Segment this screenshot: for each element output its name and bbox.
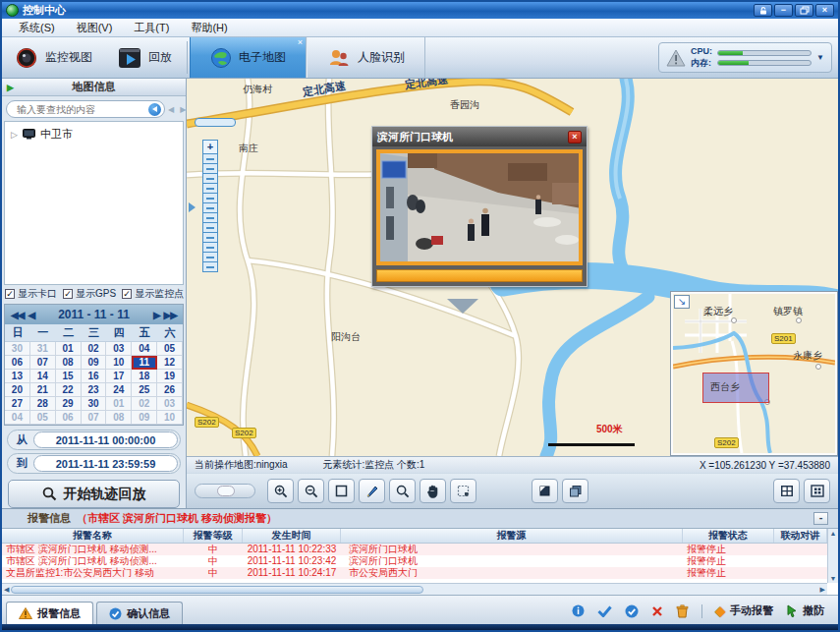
table-row[interactable]: 市辖区 滨河所门口球机 移动侦测...中2011-11-11 10:23:42滨… bbox=[2, 555, 827, 567]
calendar-day[interactable]: 05 bbox=[157, 342, 183, 356]
table-row[interactable]: 文昌所监控1:市公安局西大门 移动中2011-11-11 10:24:17市公安… bbox=[2, 567, 827, 579]
calendar-day[interactable]: 21 bbox=[30, 383, 56, 397]
prev-year-icon[interactable]: ◀◀ bbox=[11, 310, 24, 320]
to-datetime-field[interactable] bbox=[33, 455, 178, 472]
sidebar-header[interactable]: ▶ 地图信息 bbox=[2, 79, 186, 96]
calendar-day[interactable]: 13 bbox=[5, 370, 30, 383]
next-year-icon[interactable]: ▶▶ bbox=[164, 310, 177, 320]
calendar-day[interactable]: 03 bbox=[157, 397, 183, 411]
calendar-day[interactable]: 09 bbox=[82, 356, 107, 370]
zoom-in-level-button[interactable]: + bbox=[202, 140, 218, 154]
calendar-day[interactable]: 23 bbox=[82, 383, 107, 397]
calendar-day[interactable]: 02 bbox=[82, 342, 107, 356]
calendar-day[interactable]: 27 bbox=[5, 397, 30, 411]
scroll-right-icon[interactable]: ▶ bbox=[820, 586, 825, 594]
search-input[interactable] bbox=[15, 103, 148, 116]
calendar-day[interactable]: 29 bbox=[56, 397, 82, 411]
column-header[interactable]: 报警名称 bbox=[2, 529, 184, 543]
calendar-day[interactable]: 04 bbox=[5, 411, 30, 425]
menu-item-3[interactable]: 帮助(H) bbox=[180, 19, 238, 37]
close-button[interactable]: × bbox=[815, 4, 834, 17]
popup-close-button[interactable]: × bbox=[568, 131, 582, 144]
calendar-day[interactable]: 30 bbox=[82, 397, 107, 411]
calendar-day[interactable]: 18 bbox=[132, 370, 157, 383]
tree-expander-icon[interactable]: ▷ bbox=[11, 130, 18, 140]
zoom-in-button[interactable] bbox=[267, 479, 294, 503]
scroll-left-icon[interactable]: ◀ bbox=[4, 586, 9, 594]
calendar-day[interactable]: 26 bbox=[157, 383, 183, 397]
from-datetime-field[interactable] bbox=[33, 431, 178, 448]
manual-alarm-button[interactable]: ◆ 手动报警 bbox=[715, 603, 773, 618]
camera-video-frame[interactable] bbox=[376, 149, 583, 265]
minimap-toggle-button[interactable]: ↘ bbox=[674, 295, 690, 309]
column-header[interactable]: 联动对讲 bbox=[774, 529, 827, 543]
calendar-day[interactable]: 14 bbox=[30, 370, 56, 383]
calendar-day[interactable]: 25 bbox=[132, 383, 157, 397]
calendar-day[interactable]: 02 bbox=[132, 397, 157, 411]
scroll-up-icon[interactable]: ▲ bbox=[830, 530, 837, 537]
zoom-slider[interactable] bbox=[195, 484, 255, 498]
calendar-day[interactable]: 03 bbox=[106, 342, 132, 356]
select-region-button[interactable] bbox=[450, 479, 476, 503]
search-go-button[interactable] bbox=[148, 103, 161, 116]
calendar-day[interactable]: 30 bbox=[5, 342, 30, 356]
calendar-day[interactable]: 07 bbox=[30, 356, 56, 370]
checkbox-bayonet[interactable]: ✓ bbox=[5, 289, 15, 299]
calendar-day[interactable]: 22 bbox=[56, 383, 82, 397]
calendar-day[interactable]: 11 bbox=[132, 356, 157, 370]
calendar-day[interactable]: 09 bbox=[132, 411, 157, 425]
tab-face-recognition[interactable]: 人脸识别 bbox=[307, 37, 425, 78]
pan-hand-button[interactable] bbox=[420, 479, 446, 503]
delete-button[interactable] bbox=[651, 605, 663, 617]
calendar-day[interactable]: 10 bbox=[157, 411, 183, 425]
calendar-day[interactable]: 24 bbox=[106, 383, 132, 397]
calendar-day[interactable]: 01 bbox=[106, 397, 132, 411]
camera-popup[interactable]: 滨河所门口球机 × bbox=[371, 126, 588, 287]
menu-item-1[interactable]: 视图(V) bbox=[66, 19, 124, 37]
column-header[interactable]: 报警等级 bbox=[184, 529, 243, 543]
confirm-all-button[interactable] bbox=[625, 604, 639, 618]
prev-month-icon[interactable]: ◀ bbox=[28, 310, 34, 320]
next-month-icon[interactable]: ▶ bbox=[153, 310, 160, 320]
column-header[interactable]: 发生时间 bbox=[243, 529, 341, 543]
menu-item-2[interactable]: 工具(T) bbox=[123, 19, 180, 37]
clear-button[interactable] bbox=[676, 604, 689, 618]
camera-popup-titlebar[interactable]: 滨河所门口球机 × bbox=[372, 127, 587, 146]
pan-left-icon[interactable] bbox=[189, 202, 196, 212]
calendar-day[interactable]: 04 bbox=[132, 342, 157, 356]
calendar-day[interactable]: 20 bbox=[5, 383, 30, 397]
tab-confirm-info[interactable]: 确认信息 bbox=[96, 602, 183, 624]
table-row[interactable]: 市辖区 滨河所门口球机 移动侦测...中2011-11-11 10:22:33滨… bbox=[2, 544, 827, 555]
lock-button[interactable] bbox=[754, 4, 772, 17]
alarm-minimize-button[interactable]: - bbox=[813, 512, 828, 525]
monitor-view-button[interactable]: 监控视图 bbox=[2, 37, 105, 78]
calendar-day[interactable]: 15 bbox=[56, 370, 82, 383]
tab-alarm-info[interactable]: 报警信息 bbox=[6, 602, 93, 624]
playback-button[interactable]: 回放 bbox=[105, 37, 185, 78]
calendar-day[interactable]: 12 bbox=[157, 356, 183, 370]
checkbox-monitor-point[interactable]: ✓ bbox=[122, 289, 132, 299]
popup-progress-bar[interactable] bbox=[376, 269, 583, 282]
calendar-day[interactable]: 06 bbox=[5, 356, 30, 370]
split-screen-button[interactable] bbox=[773, 479, 800, 503]
calendar-day[interactable]: 10 bbox=[106, 356, 132, 370]
zoom-out-button[interactable] bbox=[298, 479, 324, 503]
map-canvas[interactable]: 定北高速 定北高速 仍海村 香园沟 南庄 阳沟台 S202 S202 + bbox=[187, 79, 838, 456]
minimize-button[interactable]: − bbox=[774, 4, 793, 17]
calendar-day[interactable]: 07 bbox=[82, 411, 107, 425]
calendar-day[interactable]: 16 bbox=[82, 370, 107, 383]
horizontal-scrollbar[interactable]: ◀ ▶ bbox=[2, 583, 827, 595]
restore-button[interactable] bbox=[795, 4, 813, 17]
column-header[interactable]: 报警状态 bbox=[683, 529, 774, 543]
vertical-scrollbar[interactable]: ▲ ▼ bbox=[827, 529, 838, 583]
start-track-playback-button[interactable]: 开始轨迹回放 bbox=[8, 480, 180, 508]
info-button[interactable] bbox=[572, 604, 585, 617]
overview-minimap[interactable]: 柔远乡 镇罗镇 永康乡 西台乡 S201 S202 ↘ bbox=[671, 292, 837, 455]
search-prev-icon[interactable]: ◀ bbox=[168, 105, 177, 114]
map-pan-slider[interactable] bbox=[195, 118, 236, 127]
full-extent-button[interactable] bbox=[804, 479, 830, 503]
chevron-down-icon[interactable]: ▼ bbox=[816, 53, 824, 62]
column-header[interactable]: 报警源 bbox=[341, 529, 683, 543]
menu-item-0[interactable]: 系统(S) bbox=[8, 19, 66, 37]
calendar-day[interactable]: 19 bbox=[157, 370, 183, 383]
